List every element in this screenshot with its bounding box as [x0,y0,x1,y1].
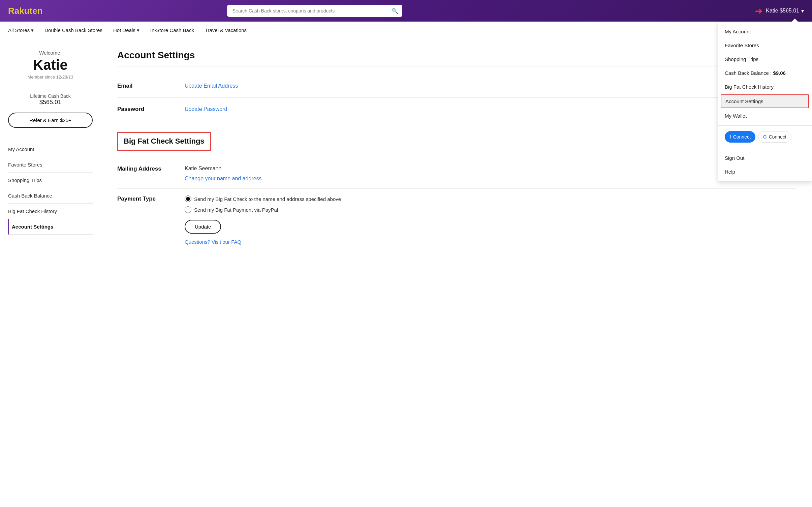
sidebar-welcome: Welcome, Katie Member since 12/28/13 [8,50,93,80]
dropdown-item-sign-out[interactable]: Sign Out [718,151,812,165]
dropdown-divider-1 [718,125,812,126]
password-label: Password [117,106,185,113]
search-bar: 🔍 [227,5,402,17]
dropdown-item-account-settings[interactable]: Account Settings [721,94,809,108]
dropdown-shopping-trips-label: Shopping Trips [725,56,758,62]
mailing-name: Katie Seemann [185,166,796,172]
connect-buttons: f Connect G Connect [718,128,812,145]
dropdown-my-wallet-label: My Wallet [725,113,747,119]
bfc-title: Big Fat Check Settings [117,132,211,151]
main-layout: Welcome, Katie Member since 12/28/13 Lif… [0,39,812,507]
logo-text: Rakuten [8,6,43,16]
dropdown-sign-out-label: Sign Out [725,155,744,161]
update-btn-label: Update [195,224,211,230]
facebook-connect-button[interactable]: f Connect [725,131,755,143]
mailing-content: Katie Seemann Change your name and addre… [185,166,796,182]
user-menu-button[interactable]: Katie $565.01 ▾ [766,8,804,14]
payment-type-label: Payment Type [117,196,185,202]
sidebar-my-account-label: My Account [8,146,34,152]
nav-item-all-stores[interactable]: All Stores ▾ [8,22,34,39]
sidebar-cash-back-balance-label: Cash Back Balance [8,193,52,199]
lifetime-cashback: Lifetime Cash Back $565.01 [8,93,93,106]
search-icon: 🔍 [392,8,398,14]
dropdown-my-account-label: My Account [725,29,751,34]
nav-travel-label: Travel & Vacations [205,27,247,33]
dropdown-favorite-stores-label: Favorite Stores [725,42,759,48]
payment-radio-paypal[interactable] [185,206,191,213]
faq-link-text: Questions? Visit our FAQ [185,239,241,245]
dropdown-item-help[interactable]: Help [718,165,812,179]
dropdown-item-shopping-trips[interactable]: Shopping Trips [718,52,812,66]
mailing-address-label: Mailing Address [117,166,185,172]
sidebar-item-big-fat-check-history[interactable]: Big Fat Check History [8,204,93,219]
nav-all-stores-label: All Stores [8,27,30,33]
email-label: Email [117,83,185,89]
nav-bar: All Stores ▾ Double Cash Back Stores Hot… [0,22,812,39]
payment-options: Send my Big Fat Check to the name and ad… [185,196,796,245]
dropdown-item-cashback-balance[interactable]: Cash Back Balance : $9.06 [718,66,812,80]
refer-btn-label: Refer & Earn $25+ [29,117,71,123]
nav-all-stores-arrow: ▾ [31,27,34,33]
dropdown-item-favorite-stores[interactable]: Favorite Stores [718,38,812,52]
lifetime-amount: $565.01 [8,99,93,106]
nav-item-instore[interactable]: In-Store Cash Back [150,22,194,38]
sidebar-member-since: Member since 12/28/13 [8,74,93,80]
update-email-text: Update Email Address [185,83,238,89]
dropdown-divider-2 [718,148,812,148]
update-payment-button[interactable]: Update [185,220,221,234]
nav-item-hot-deals[interactable]: Hot Deals ▾ [113,22,139,39]
dropdown-item-my-account[interactable]: My Account [718,25,812,38]
fb-connect-label: Connect [733,134,751,140]
search-input[interactable] [227,5,402,17]
update-password-link[interactable]: Update Password [185,106,227,112]
sidebar-nav: My Account Favorite Stores Shopping Trip… [8,142,93,235]
payment-option-paypal: Send my Big Fat Payment via PayPal [185,206,796,213]
sidebar-divider-2 [8,136,93,136]
payment-radio-check[interactable] [185,196,191,202]
sidebar-item-my-account[interactable]: My Account [8,142,93,157]
payment-option-paypal-label: Send my Big Fat Payment via PayPal [194,207,278,213]
sidebar-item-cash-back-balance[interactable]: Cash Back Balance [8,188,93,204]
nav-hot-deals-arrow: ▾ [137,27,139,33]
sidebar: Welcome, Katie Member since 12/28/13 Lif… [0,39,101,507]
dropdown-big-fat-check-label: Big Fat Check History [725,84,774,90]
sidebar-shopping-trips-label: Shopping Trips [8,177,42,183]
google-connect-label: Connect [769,134,786,140]
dropdown-triangle [791,19,798,22]
welcome-text: Welcome, [8,50,93,56]
password-settings-row: Password Update Password [117,98,796,121]
bfc-section: Big Fat Check Settings Mailing Address K… [117,132,796,251]
change-address-link[interactable]: Change your name and address [185,176,262,181]
sidebar-account-settings-label: Account Settings [12,224,53,230]
rakuten-logo[interactable]: Rakuten [8,6,43,16]
nav-item-travel[interactable]: Travel & Vacations [205,22,247,38]
dropdown-item-my-wallet[interactable]: My Wallet [718,109,812,123]
email-settings-row: Email Update Email Address [117,74,796,98]
payment-option-check: Send my Big Fat Check to the name and ad… [185,196,796,202]
nav-hot-deals-label: Hot Deals [113,27,135,33]
payment-type-row: Payment Type Send my Big Fat Check to th… [117,189,796,251]
lifetime-label: Lifetime Cash Back [8,93,93,99]
google-connect-button[interactable]: G Connect [758,131,791,143]
dropdown-arrow-icon: ▾ [801,8,804,14]
sidebar-item-account-settings[interactable]: Account Settings [8,219,93,235]
dropdown-account-settings-label: Account Settings [725,98,763,104]
dropdown-item-big-fat-check[interactable]: Big Fat Check History [718,80,812,94]
nav-item-double-cash[interactable]: Double Cash Back Stores [44,22,102,38]
sidebar-item-favorite-stores[interactable]: Favorite Stores [8,157,93,173]
payment-option-check-label: Send my Big Fat Check to the name and ad… [194,196,341,202]
dropdown-cashback-balance-label: Cash Back Balance : $9.06 [725,70,786,76]
user-dropdown-menu: My Account Favorite Stores Shopping Trip… [718,22,812,182]
refer-earn-button[interactable]: Refer & Earn $25+ [8,113,93,128]
red-arrow-icon: ➜ [755,5,762,17]
header-right: ➜ Katie $565.01 ▾ [755,5,804,17]
faq-link[interactable]: Questions? Visit our FAQ [185,239,796,245]
header: Rakuten 🔍 ➜ Katie $565.01 ▾ [0,0,812,22]
sidebar-item-shopping-trips[interactable]: Shopping Trips [8,173,93,188]
sidebar-username: Katie [8,57,93,73]
page-title: Account Settings [117,50,796,66]
update-email-link[interactable]: Update Email Address [185,83,238,89]
change-address-text: Change your name and address [185,176,262,181]
sidebar-big-fat-check-label: Big Fat Check History [8,208,57,214]
sidebar-divider-1 [8,88,93,88]
